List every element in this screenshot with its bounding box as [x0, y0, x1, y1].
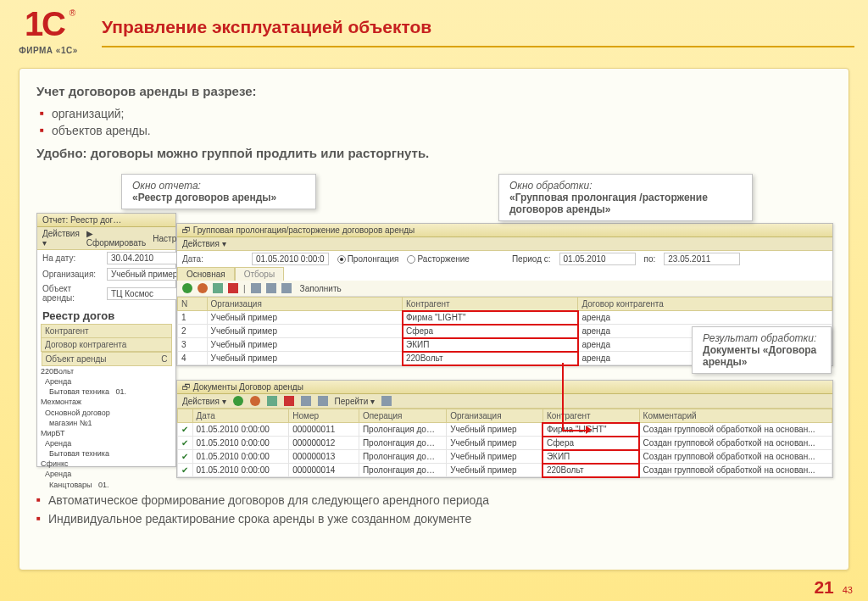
logo: 1 C ® ФИРМА «1С» — [10, 7, 86, 55]
actions-menu[interactable]: Действия ▾ — [182, 239, 226, 248]
goto-menu[interactable]: Перейти ▾ — [335, 397, 375, 406]
intro-bullet: организаций; — [40, 105, 832, 122]
table-row[interactable]: ✔01.05.2010 0:00:00000000013Пролонгация … — [178, 450, 832, 464]
content-panel: Учет договоров аренды в разрезе: организ… — [19, 68, 849, 570]
org-field[interactable]: Учебный пример — [107, 268, 183, 281]
title-underline — [102, 46, 854, 47]
table-row[interactable]: ✔01.05.2010 0:00:00000000012Пролонгация … — [178, 437, 832, 450]
table-header: Контрагент — [403, 298, 578, 311]
up-icon[interactable] — [251, 283, 261, 293]
page-number: 21 — [814, 577, 833, 598]
tab-main[interactable]: Основная — [177, 267, 235, 281]
edit-icon[interactable] — [213, 283, 223, 293]
add-icon[interactable] — [233, 396, 243, 406]
tab-filters[interactable]: Отборы — [235, 267, 284, 281]
table-row[interactable]: 1Учебный примерФирма "LIGHT"аренда — [178, 311, 832, 325]
help-icon[interactable] — [381, 396, 392, 406]
table-header: Контрагент — [542, 409, 639, 423]
table-header: Организация — [207, 298, 402, 311]
period-to[interactable]: 23.05.2011 — [664, 253, 740, 265]
refresh-icon[interactable] — [318, 396, 328, 406]
report-tree: Контрагент Договор контрагента Объект ар… — [41, 324, 172, 366]
intro-bullet: объектов аренды. — [40, 122, 832, 139]
table-header: Комментарий — [639, 409, 832, 423]
callout-value: «Реестр договоров аренды» — [132, 192, 305, 203]
flow-arrow-head — [586, 426, 592, 434]
table-header: Договор контрагента — [578, 298, 832, 311]
table-header: Организация — [447, 409, 543, 423]
date-field[interactable]: 30.04.2010 — [107, 252, 183, 264]
table-row[interactable]: ✔01.05.2010 0:00:00000000014Пролонгация … — [178, 464, 832, 477]
page-number-sub: 43 — [843, 585, 853, 595]
footer: 21 43 — [814, 577, 853, 598]
generate-button[interactable]: ▶ Сформировать — [86, 229, 147, 248]
filter-icon[interactable] — [301, 396, 311, 406]
table-header: Дата — [192, 409, 289, 423]
documents-table: ДатаНомерОперацияОрганизацияКонтрагентКо… — [177, 409, 832, 477]
processing-title: 🗗 Групповая пролонгация/расторжение дого… — [182, 225, 415, 235]
delete-icon[interactable] — [284, 396, 294, 406]
date-field[interactable]: 01.05.2010 0:00:0 — [252, 253, 329, 265]
report-title: Отчет: Реестр дог… — [37, 214, 175, 227]
remove-icon[interactable] — [198, 283, 208, 293]
down-icon[interactable] — [266, 283, 276, 293]
callout-label: Окно обработки: — [509, 180, 742, 192]
edit-icon[interactable] — [267, 396, 277, 406]
flow-arrow-line — [562, 363, 564, 431]
table-header — [178, 409, 193, 423]
logo-glyph: 1 C ® — [23, 7, 74, 44]
documents-window: 🗗 Документы Договор аренды Действия ▾ Пе… — [176, 380, 833, 478]
bottom-bullets: Автоматическое формирование договоров дл… — [36, 491, 832, 528]
add-icon[interactable] — [182, 283, 192, 293]
actions-menu[interactable]: Действия ▾ — [182, 397, 226, 406]
report-tree-body: 220Вольт Аренда Бытовая техника 01. Мехм… — [41, 366, 172, 490]
fill-button[interactable]: Заполнить — [300, 284, 342, 293]
period-from[interactable]: 01.05.2010 — [559, 253, 636, 265]
flow-arrow-line — [562, 430, 586, 431]
callout-report: Окно отчета: «Реестр договоров аренды» — [121, 174, 316, 209]
delete-icon[interactable] — [228, 283, 238, 293]
callout-value: Документы «Договора аренды» — [703, 344, 821, 368]
copy-icon[interactable] — [250, 396, 260, 406]
intro-heading: Учет договоров аренды в разрезе: — [36, 84, 832, 98]
table-row[interactable]: ✔01.05.2010 0:00:00000000011Пролонгация … — [178, 423, 832, 437]
table-header: Номер — [289, 409, 359, 423]
intro-block: Учет договоров аренды в разрезе: организ… — [36, 84, 832, 160]
sort-icon[interactable] — [281, 283, 292, 293]
bottom-bullet: Автоматическое формирование договоров дл… — [36, 491, 832, 509]
screenshots-area: Окно отчета: «Реестр договоров аренды» О… — [36, 172, 832, 486]
callout-label: Окно отчета: — [132, 180, 305, 192]
callout-label: Результат обработки: — [703, 332, 821, 344]
callout-result: Результат обработки: Документы «Договора… — [692, 326, 832, 374]
report-window: Отчет: Реестр дог… Действия ▾ ▶ Сформиро… — [36, 213, 176, 467]
table-header: N — [178, 298, 208, 311]
radio-prolong[interactable]: Пролонгация — [337, 254, 399, 264]
table-header: Операция — [359, 409, 446, 423]
callout-value: «Групповая пролонгация /расторжение дого… — [509, 192, 742, 215]
radio-terminate[interactable]: Расторжение — [407, 254, 469, 264]
bottom-bullet: Индивидуальное редактирование срока арен… — [36, 509, 832, 528]
convenient-text: Удобно: договоры можно группой продлить … — [36, 146, 832, 160]
report-toolbar: Действия ▾ ▶ Сформировать Настройки — [37, 227, 175, 250]
logo-text: ФИРМА «1С» — [10, 46, 86, 55]
documents-title: Документы Договор аренды — [193, 382, 303, 392]
obj-field[interactable]: ТЦ Космос — [107, 287, 183, 300]
intro-list: организаций; объектов аренды. — [40, 105, 832, 139]
callout-processing: Окно обработки: «Групповая пролонгация /… — [498, 174, 753, 221]
actions-menu[interactable]: Действия ▾ — [42, 229, 80, 248]
processing-icons: | Заполнить — [177, 281, 832, 297]
report-heading: Реестр догов — [37, 304, 175, 324]
slide-title: Управление эксплуатацией объектов — [102, 17, 431, 37]
